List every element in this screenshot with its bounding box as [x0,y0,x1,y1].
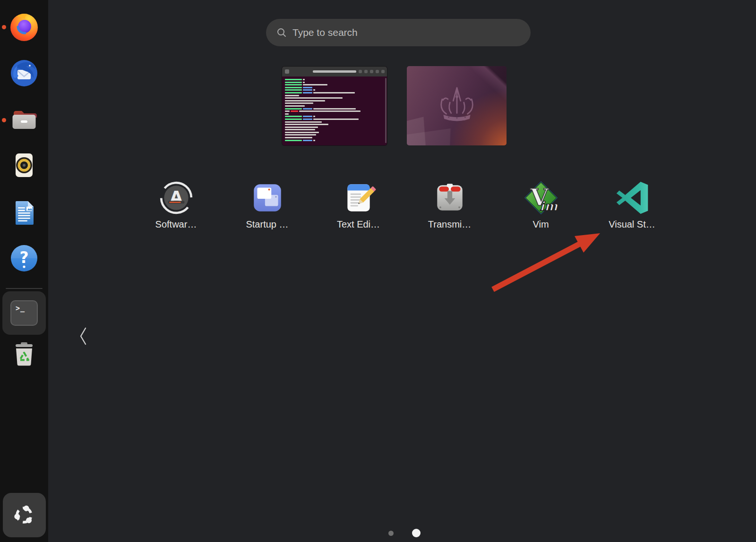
page-indicator [0,527,756,539]
dock-item-libreoffice-writer[interactable] [9,198,39,229]
help-icon: ? [9,243,39,273]
svg-text:A: A [170,188,182,207]
dock-item-firefox[interactable] [9,12,39,42]
app-grid: A Softwar… Startup … [130,180,678,230]
trash-icon [9,339,39,370]
app-label: Vim [533,219,549,230]
files-icon [9,105,39,135]
app-vim[interactable]: V im Vim [495,180,586,230]
dock-item-files[interactable] [9,105,39,135]
dock-item-trash[interactable] [9,339,39,370]
transmission-icon [432,180,467,215]
rhythmbox-icon [9,150,39,180]
terminal-titlebar [282,67,387,76]
terminal-tab-icon [285,69,289,74]
search-input[interactable]: Type to search [266,19,531,46]
app-software-updater[interactable]: A Softwar… [130,180,222,230]
previous-page-button[interactable] [77,325,90,347]
thunderbird-icon [9,58,39,88]
startup-applications-icon [250,180,285,215]
search-placeholder: Type to search [292,27,358,38]
page-dot-1[interactable] [388,531,394,536]
dock-item-thunderbird[interactable] [9,58,39,88]
dock-item-rhythmbox[interactable] [9,150,39,180]
crown-icon [432,82,481,123]
workspace-thumbnail-terminal[interactable] [282,67,387,145]
app-transmission[interactable]: Transmi… [404,180,495,230]
terminal-scrollbar [385,78,387,143]
dock-item-show-applications[interactable] [3,493,46,537]
ubuntu-logo-icon [9,500,39,530]
app-label: Startup … [246,219,288,230]
app-text-editor[interactable]: Text Edi… [313,180,404,230]
app-startup-applications[interactable]: Startup … [222,180,313,230]
vim-icon: V im [524,180,558,215]
app-label: Text Edi… [337,219,380,230]
software-updater-icon: A [159,180,194,215]
app-label: Transmi… [428,219,471,230]
terminal-icon: >_ [10,300,38,326]
dock-separator [6,288,43,289]
text-editor-icon [341,180,376,215]
svg-text:im: im [539,199,558,213]
workspace-thumbnail-desktop[interactable] [407,66,507,145]
vscode-icon [615,180,650,215]
search-icon [276,27,287,38]
dock-item-help[interactable]: ? [9,243,39,273]
app-label: Softwar… [155,219,197,230]
page-dot-2[interactable] [412,529,421,537]
app-visual-studio-code[interactable]: Visual St… [586,180,678,230]
chevron-left-icon [79,327,87,346]
app-label: Visual St… [609,219,655,230]
window-controls [359,70,385,73]
terminal-title [313,70,356,73]
firefox-icon [9,12,39,42]
dock-item-terminal[interactable]: >_ [2,291,46,335]
dock: ? >_ [0,0,48,542]
libreoffice-writer-icon [9,198,39,229]
terminal-body [282,76,387,141]
svg-text:?: ? [19,248,28,267]
